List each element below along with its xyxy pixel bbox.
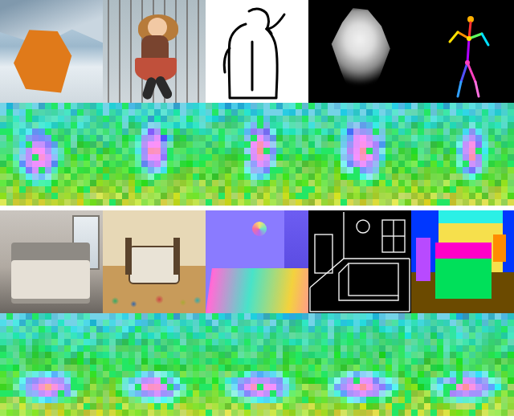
svg-line-10: [475, 82, 479, 96]
group2-featuremaps-row: [0, 313, 514, 416]
svg-line-5: [482, 34, 488, 45]
g1-featmap-2: [103, 103, 206, 206]
svg-point-11: [467, 36, 471, 41]
g2-featmap-1: [0, 313, 103, 416]
g2-input-rgb-photo: [0, 210, 103, 313]
svg-rect-13: [349, 263, 398, 296]
g1-featmap-5: [411, 103, 514, 206]
g2-featmap-2: [103, 313, 206, 416]
svg-line-1: [469, 22, 471, 39]
g1-input-pose: [411, 0, 514, 103]
svg-line-7: [461, 63, 467, 82]
svg-rect-17: [315, 234, 332, 273]
g2-input-cartoon: [103, 210, 206, 313]
svg-line-9: [467, 63, 475, 82]
g1-input-sketch: [206, 0, 308, 103]
g1-input-depth: [308, 0, 411, 103]
g2-featmap-5: [411, 313, 514, 416]
group1-inputs-row: [0, 0, 514, 103]
svg-line-3: [450, 32, 458, 42]
figure-grid: [0, 0, 514, 416]
svg-point-18: [357, 220, 369, 233]
group2-inputs-row: [0, 210, 514, 313]
g1-input-anime: [103, 0, 206, 103]
svg-point-12: [465, 60, 470, 65]
svg-line-6: [467, 39, 469, 63]
g1-featmap-1: [0, 103, 103, 206]
g2-input-edge: [308, 210, 411, 313]
group1-featuremaps-row: [0, 103, 514, 206]
g1-input-rgb-photo: [0, 0, 103, 103]
g1-featmap-3: [206, 103, 308, 206]
g1-featmap-4: [308, 103, 411, 206]
g2-featmap-4: [308, 313, 411, 416]
g2-input-normal-map: [206, 210, 308, 313]
svg-line-8: [458, 82, 461, 96]
g2-input-segmentation: [411, 210, 514, 313]
g2-featmap-3: [206, 313, 308, 416]
